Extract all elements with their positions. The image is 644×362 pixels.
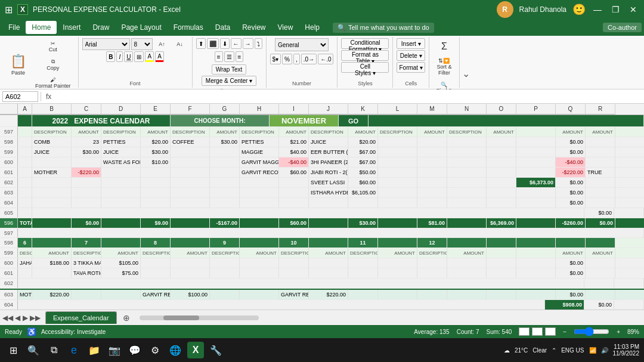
tell-me-input[interactable]: 🔍 Tell me what you want to do [333, 23, 434, 33]
align-right-button[interactable]: ≡ [236, 51, 244, 62]
page-break-view-button[interactable]: ≡ [545, 327, 556, 336]
table-row[interactable]: 602 [0, 279, 644, 289]
excel-taskbar-button[interactable]: X [187, 342, 204, 358]
settings-button[interactable]: ⚙ [147, 342, 163, 358]
explorer-button[interactable]: 📁 [86, 342, 103, 358]
table-row[interactable]: 603 ISTHARA HYDERABA $6,105.00 $0.00 [0, 188, 644, 198]
spreadsheet[interactable]: A B C D E F G H I J K L M N O P Q R 2022… [0, 104, 644, 310]
page-layout-view-button[interactable]: ⊞ [532, 327, 543, 336]
add-sheet-button[interactable]: ⊕ [118, 312, 135, 324]
menu-help[interactable]: Help [299, 21, 326, 34]
cut-button[interactable]: ✂ Cut [32, 38, 75, 55]
table-row[interactable]: 600 WASTE AS FORGI $10.00 GARVIT MAGGIE … [0, 157, 644, 168]
table-row[interactable]: 604 $908.00 $0.00 [0, 300, 644, 310]
table-row[interactable]: 597 DESCRIPTION AMOUNT DESCRIPTION AMOUN… [0, 127, 644, 137]
camera-button[interactable]: 📷 [106, 342, 123, 358]
format-as-table-button[interactable]: Format asTable ▾ [341, 50, 389, 61]
table-row[interactable]: 599 DESCRIPTION AMOUNT DESCRIPTION AMOUN… [0, 248, 644, 258]
teams-button[interactable]: 💬 [126, 342, 143, 358]
number-format-select[interactable]: General [275, 38, 329, 51]
minimize-button[interactable]: — [592, 5, 603, 14]
underline-button[interactable]: U [124, 51, 133, 62]
menu-page-layout[interactable]: Page Layout [115, 21, 167, 34]
cell-styles-button[interactable]: CellStyles ▾ [341, 62, 389, 73]
menu-draw[interactable]: Draw [86, 21, 115, 34]
table-row[interactable]: 601 MOTHER -$220.00 GARVIT RECOVERED C $… [0, 168, 644, 178]
indent-decrease-button[interactable]: ← [231, 38, 242, 49]
table-row[interactable]: 603 MOTHER $220.00 GARVIT RECOVERED C $1… [0, 289, 644, 300]
menu-data[interactable]: Data [209, 21, 236, 34]
font-family-select[interactable]: Arial [82, 38, 130, 50]
edge-button[interactable]: e [66, 342, 82, 358]
merge-center-button[interactable]: Merge & Center ▾ [202, 76, 256, 86]
zoom-slider[interactable] [574, 327, 609, 336]
align-center-button[interactable]: ☰ [224, 51, 234, 62]
sheet-nav[interactable]: ◀◀ ◀ ▶ ▶▶ [0, 314, 43, 322]
minus-zoom-button[interactable]: − [563, 329, 566, 335]
indent-increase-button[interactable]: → [243, 38, 253, 49]
fx-button[interactable]: fx [44, 92, 54, 101]
border-button[interactable]: ⊞ [134, 51, 144, 62]
text-direction-button[interactable]: ⤵ [255, 38, 262, 49]
accounting-button[interactable]: $▾ [270, 54, 281, 64]
plus-zoom-button[interactable]: + [617, 329, 620, 335]
format-paint-button[interactable]: 🖌 Format Painter [32, 75, 75, 91]
total-row[interactable]: 596 TOTAL $0.00 $9.00 -$167.00 $60.00 $3… [0, 218, 644, 228]
user-avatar[interactable]: R [497, 1, 513, 18]
restore-button[interactable]: ❐ [609, 5, 621, 14]
delete-button[interactable]: Delete ▾ [397, 50, 425, 61]
paste-button[interactable]: 📋 Paste [6, 46, 30, 84]
up-arrow-icon[interactable]: ⌃ [552, 347, 556, 354]
decrease-font-button[interactable]: A↓ [172, 39, 188, 49]
menu-file[interactable]: File [2, 21, 26, 34]
menu-home[interactable]: Home [26, 21, 57, 34]
search-taskbar-button[interactable]: 🔍 [25, 342, 42, 358]
table-row[interactable]: 599 JUICE $30.00 JUICE $30.00 MAGGIE $40… [0, 147, 644, 157]
wrap-text-button[interactable]: Wrap Text [212, 64, 247, 75]
font-color-button[interactable]: A [155, 51, 164, 62]
normal-view-button[interactable]: ▦ [519, 327, 530, 336]
align-middle-button[interactable]: ⬛ [207, 38, 219, 49]
italic-button[interactable]: I [116, 51, 123, 62]
table-row[interactable]: 602 SVEET LASSI $60.00 $6,373.00 $0.00 [0, 178, 644, 188]
sum-button[interactable]: Σ [436, 38, 453, 54]
increase-font-button[interactable]: A↑ [154, 39, 171, 49]
formula-input[interactable] [56, 93, 642, 100]
menu-review[interactable]: Review [236, 21, 271, 34]
expense-calendar-tab[interactable]: Expense_Calendar [45, 311, 117, 324]
menu-view[interactable]: View [272, 21, 299, 34]
fill-color-button[interactable]: A [145, 51, 154, 62]
windows-icon[interactable]: ⊞ [5, 4, 13, 16]
ribbon-expand[interactable]: ⌄ [460, 37, 470, 88]
comma-button[interactable]: , [293, 54, 300, 64]
table-row[interactable]: 605 $0.00 [0, 208, 644, 218]
insert-button[interactable]: Insert ▾ [397, 38, 425, 49]
co-author-btn[interactable]: Co-author [603, 23, 642, 32]
copy-button[interactable]: ⧉ Copy [32, 56, 75, 73]
align-bottom-button[interactable]: ⬇ [220, 38, 230, 49]
decrease-decimal-button[interactable]: ←.0 [318, 54, 333, 64]
align-top-button[interactable]: ⬆ [196, 38, 206, 49]
percent-button[interactable]: % [282, 54, 292, 64]
format-button[interactable]: Format ▾ [397, 62, 425, 73]
tools-button[interactable]: 🔧 [208, 342, 224, 358]
menu-insert[interactable]: Insert [57, 21, 86, 34]
formula-divider [41, 92, 41, 101]
chrome-button[interactable]: 🌐 [167, 342, 184, 358]
align-left-button[interactable]: ≡ [215, 51, 223, 62]
start-button[interactable]: ⊞ [5, 342, 21, 358]
table-row[interactable]: 598 COMB 23 PETTIES $20.00 COFFEE $30.00… [0, 137, 644, 147]
table-row[interactable]: 601 TAVA ROTI(25% $75.00 $0.00 [0, 268, 644, 279]
cell-reference-box[interactable]: A602 [2, 91, 38, 102]
menu-formulas[interactable]: Formulas [168, 21, 209, 34]
horizontal-scrollbar[interactable] [135, 315, 644, 320]
bold-button[interactable]: B [106, 51, 115, 62]
table-row[interactable]: 604 $0.00 [0, 198, 644, 208]
task-view-button[interactable]: ⧉ [45, 342, 62, 358]
sort-filter-button[interactable]: ⇅🔽Sort &Filter [433, 55, 455, 78]
close-button[interactable]: ✕ [627, 5, 639, 14]
font-size-select[interactable]: 8 [131, 38, 153, 50]
conditional-formatting-button[interactable]: ConditionalFormatting ▾ [341, 38, 389, 49]
table-row[interactable]: 600 JAHARAJA THA $188.00 3 TIKKA MASAL $… [0, 258, 644, 268]
increase-decimal-button[interactable]: .0→ [301, 54, 317, 64]
